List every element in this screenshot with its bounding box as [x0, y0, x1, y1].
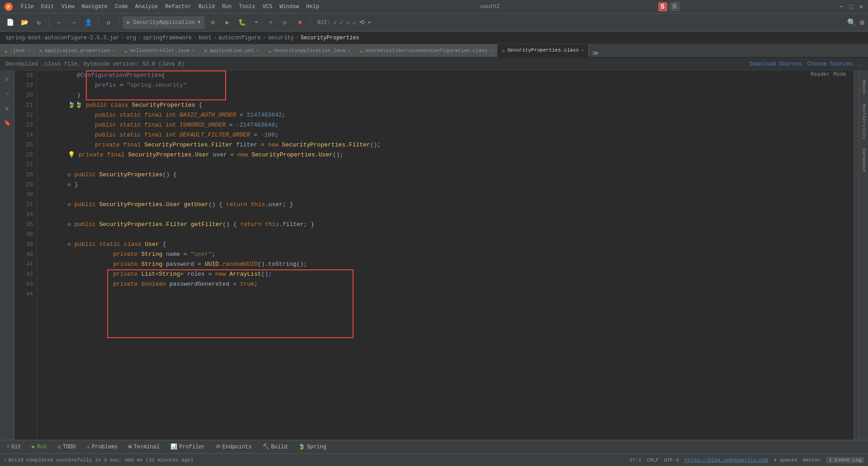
spring-icon: 🍃 — [298, 443, 305, 450]
reader-mode-button[interactable]: Reader Mode — [808, 71, 849, 79]
sidebar-icon-project[interactable]: ≡ — [2, 74, 13, 85]
code-line-20: ) — [41, 90, 850, 100]
breadcrumb-springframework[interactable]: springframework — [143, 35, 192, 41]
todo-tool-button[interactable]: ☑ TODO — [55, 442, 78, 451]
status-right: 27:1 CRLF UTF-8 https://blog.nemuhuariru… — [629, 457, 864, 463]
tab-hello-controller[interactable]: ☕ HelloController.java ✕ — [120, 44, 200, 57]
tab-user-details[interactable]: ☕ UserDetailsServiceAutoConfiguration.cl… — [355, 44, 497, 57]
recent-button[interactable]: 👤 — [82, 16, 94, 29]
run-config-selector[interactable]: ▶ SecurityApplication ▼ — [123, 16, 205, 29]
breadcrumb-org[interactable]: org — [126, 35, 136, 41]
sidebar-icon-bookmarks[interactable]: 🔖 — [2, 118, 13, 128]
scrollbar-gutter[interactable] — [854, 71, 859, 453]
menu-window[interactable]: Window — [277, 3, 302, 11]
maven-panel-label[interactable]: Maven — [861, 80, 867, 94]
menu-tools[interactable]: Tools — [236, 3, 258, 11]
tab-app-yml[interactable]: ⚙ application.yml ✕ — [199, 44, 264, 57]
menu-file[interactable]: File — [18, 3, 37, 11]
git-checkmark-2[interactable]: ✓ — [340, 19, 343, 26]
tab-app-properties-close[interactable]: ✕ — [113, 48, 115, 53]
breadcrumb-class[interactable]: SecurityProperties — [301, 35, 359, 41]
branch-indicator[interactable]: master — [803, 457, 821, 463]
chevron-down-icon: ▼ — [198, 20, 200, 25]
coverage-button[interactable]: ☂ — [250, 16, 263, 29]
sidebar-icon-pull-requests[interactable]: ⇅ — [2, 103, 13, 114]
open-button[interactable]: 📂 — [18, 16, 31, 29]
forward-button[interactable]: → — [67, 16, 80, 29]
indent-indicator[interactable]: 4 spaces — [774, 457, 797, 463]
tab-user-details-close[interactable]: ✕ — [490, 48, 492, 53]
menu-build[interactable]: Build — [196, 3, 217, 11]
menu-navigate[interactable]: Navigate — [79, 3, 110, 11]
endpoints-tool-label: Endpoints — [222, 444, 252, 450]
debug-button[interactable]: 🐛 — [236, 16, 248, 29]
git-tool-button[interactable]: ⑂ Git — [4, 443, 24, 451]
new-file-button[interactable]: 📄 — [4, 16, 16, 29]
close-button[interactable]: ✕ — [858, 4, 864, 10]
menu-refactor[interactable]: Refactor — [162, 3, 194, 11]
tab-hello-controller-close[interactable]: ✕ — [192, 48, 194, 53]
event-log-button[interactable]: 1 Event Log — [826, 457, 864, 463]
tab-security-properties[interactable]: ☕ SecurityProperties.class ✕ — [497, 44, 589, 57]
line-ending[interactable]: CRLF — [647, 457, 659, 463]
menu-run[interactable]: Run — [219, 3, 235, 11]
menu-code[interactable]: Code — [112, 3, 131, 11]
undo-button[interactable]: ↺ — [102, 16, 115, 29]
maximize-button[interactable]: □ — [848, 4, 854, 10]
tab-app-yml-close[interactable]: ✕ — [256, 48, 259, 53]
git-push[interactable]: ↗ — [346, 19, 350, 26]
terminal-tool-label: Terminal — [134, 444, 160, 450]
download-sources-link[interactable]: Download Sources — [750, 61, 802, 67]
endpoints-tool-button[interactable]: ⟳ Endpoints — [213, 442, 255, 451]
lang-badge[interactable]: 英 — [669, 2, 680, 11]
global-search-button[interactable]: 🔍 — [847, 18, 856, 27]
profile-button[interactable]: ⚡ — [264, 16, 277, 29]
run-button[interactable]: ▶ — [221, 16, 234, 29]
menu-analyze[interactable]: Analyze — [132, 3, 160, 11]
tab-app-properties[interactable]: ⚙ application.properties ✕ — [35, 44, 120, 57]
menu-help[interactable]: Help — [303, 3, 322, 11]
code-content[interactable]: @ConfigurationProperties( prefix = "spri… — [37, 71, 854, 453]
tab-security-properties-close[interactable]: ✕ — [581, 47, 584, 53]
terminal-tool-button[interactable]: ⊞ Terminal — [126, 442, 162, 451]
tab-security-app[interactable]: ☕ SecurityApplication.java ✕ — [264, 44, 355, 57]
spring-tool-button[interactable]: 🍃 Spring — [296, 442, 329, 451]
encoding[interactable]: UTF-8 — [664, 457, 679, 463]
tab-java-close[interactable]: ✕ — [27, 48, 30, 53]
git-history[interactable]: ⟲ — [359, 19, 365, 26]
menu-edit[interactable]: Edit — [38, 3, 57, 11]
breadcrumb-boot[interactable]: boot — [198, 35, 212, 41]
database-panel-label[interactable]: Database — [861, 148, 867, 172]
git-checkmark-1[interactable]: ✓ — [333, 19, 337, 26]
minimize-button[interactable]: − — [838, 4, 844, 10]
add-config-button[interactable]: ⚙ — [207, 16, 219, 29]
breadcrumb-autoconfigure[interactable]: autoconfigure — [218, 35, 261, 41]
cursor-position[interactable]: 27:1 — [629, 457, 641, 463]
sidebar-icon-commit[interactable]: ⑂ — [2, 89, 13, 99]
git-pull[interactable]: ↙ — [353, 19, 356, 26]
menu-view[interactable]: View — [59, 3, 77, 11]
profiler-tool-button[interactable]: 📊 Profiler — [168, 442, 208, 451]
run-tool-button[interactable]: ▶ Run — [29, 442, 50, 451]
breadcrumb-security[interactable]: security — [268, 35, 294, 41]
tab-app-properties-label: application.properties — [44, 48, 110, 53]
git-undo[interactable]: ↶ — [368, 19, 371, 26]
tab-security-app-close[interactable]: ✕ — [348, 48, 350, 53]
settings-button[interactable]: ⚙ — [860, 18, 864, 27]
toolbar-right: 🔍 ⚙ — [847, 18, 864, 27]
back-button[interactable]: ← — [53, 16, 66, 29]
tab-java[interactable]: ☕ .java ✕ — [0, 44, 35, 57]
menu-vcs[interactable]: VCS — [260, 3, 275, 11]
build-tool-button[interactable]: 🔨 Build — [260, 442, 290, 451]
tab-more-button[interactable]: ≫ — [589, 49, 603, 57]
breadcrumb-jar[interactable]: spring-boot-autoconfigure-2.5.3.jar — [5, 35, 119, 41]
tab-app-properties-icon: ⚙ — [39, 48, 42, 54]
stop-button[interactable]: ■ — [293, 16, 306, 29]
url-link[interactable]: https://blog.nemuhuariru.com — [684, 457, 768, 463]
refresh-button[interactable]: ↻ — [33, 16, 45, 29]
rest-services-panel-label[interactable]: RestServices — [861, 104, 867, 139]
s-badge[interactable]: S — [658, 2, 667, 11]
choose-sources-link[interactable]: Choose Sources... — [807, 61, 863, 67]
problems-tool-button[interactable]: ⚠ Problems — [84, 442, 121, 451]
run-with-button[interactable]: ▷ — [279, 16, 292, 29]
